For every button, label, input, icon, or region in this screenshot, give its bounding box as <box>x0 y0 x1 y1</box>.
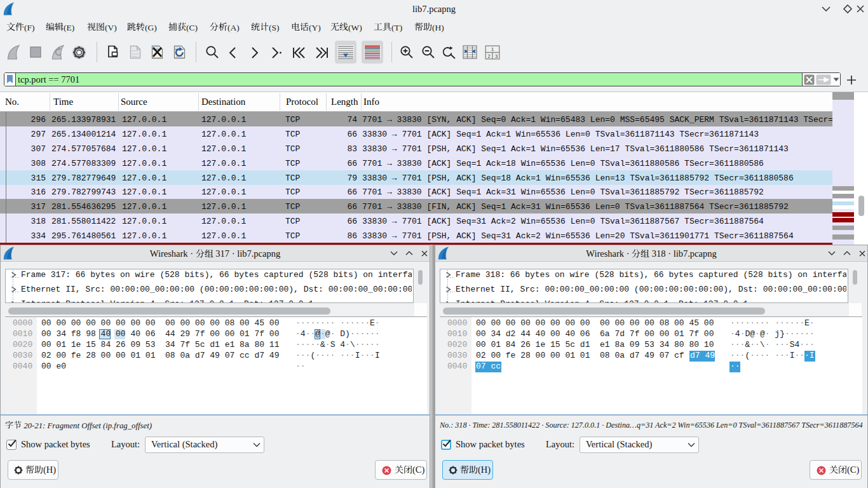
svg-text:1: 1 <box>491 46 494 52</box>
svg-text:3: 3 <box>495 53 498 59</box>
svg-text:0011: 0011 <box>132 55 139 58</box>
svg-text:2: 2 <box>488 53 491 59</box>
